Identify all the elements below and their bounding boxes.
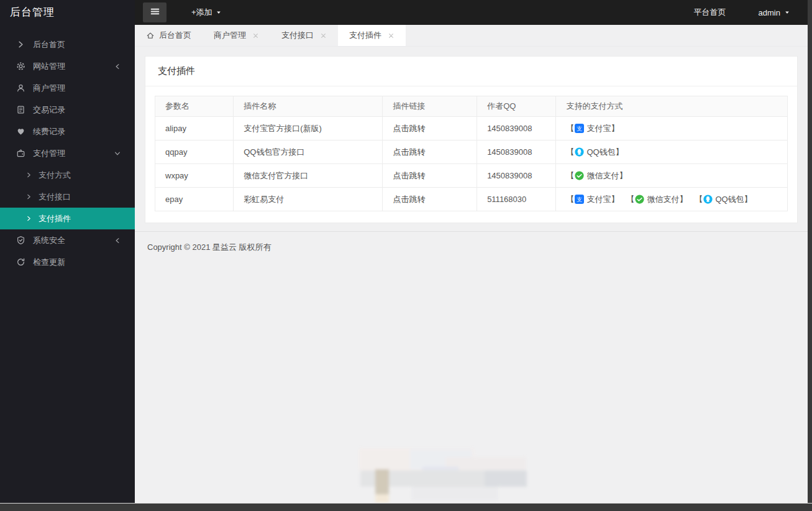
- supported-methods-cell: 【微信支付】: [556, 164, 788, 188]
- tab-bar: 后台首页商户管理支付接口支付插件: [135, 25, 808, 47]
- table-row: epay彩虹易支付点击跳转511168030【支支付宝】【微信支付】【QQ钱包】: [155, 188, 788, 211]
- sidebar-menu: 后台首页网站管理商户管理交易记录续费记录支付管理支付方式支付接口支付插件系统安全…: [0, 25, 135, 273]
- sidebar-item-label: 续费记录: [33, 126, 65, 137]
- qq-icon: [703, 195, 713, 204]
- shield-icon: [16, 236, 25, 246]
- sidebar-item-check-updates[interactable]: 检查更新: [0, 251, 135, 273]
- sidebar-item-site-management[interactable]: 网站管理: [0, 55, 135, 77]
- sidebar-item-label: 商户管理: [33, 83, 65, 94]
- tab-label: 后台首页: [159, 30, 191, 41]
- sidebar-item-renewal-records[interactable]: 续费记录: [0, 121, 135, 142]
- topbar: +添加 平台首页 admin: [135, 0, 808, 25]
- payment-method-badge-alipay: 【支支付宝】: [566, 123, 619, 134]
- footer: Copyright © 2021 星益云 版权所有: [135, 231, 808, 263]
- sidebar-item-label: 支付管理: [33, 148, 65, 159]
- column-header: 支持的支付方式: [556, 96, 788, 117]
- user-dropdown[interactable]: admin: [759, 8, 790, 17]
- panel-title: 支付插件: [145, 57, 797, 86]
- plugin-link-cell: 点击跳转: [383, 117, 477, 140]
- plugin-name: 彩虹易支付: [234, 188, 383, 211]
- sidebar-item-payment-methods[interactable]: 支付方式: [0, 164, 135, 186]
- sidebar-item-label: 支付方式: [39, 170, 71, 181]
- sidebar-item-label: 系统安全: [33, 235, 65, 246]
- payment-method-label: 微信支付: [647, 194, 679, 205]
- plugin-name: 微信支付官方接口: [234, 164, 383, 188]
- tab-merchant-management[interactable]: 商户管理: [203, 25, 270, 46]
- plugin-link[interactable]: 点击跳转: [393, 171, 425, 180]
- payment-method-label: 微信支付: [586, 170, 619, 182]
- chevron-right-icon: [25, 214, 32, 224]
- plugin-param: wxpay: [155, 164, 234, 188]
- plugin-link-cell: 点击跳转: [383, 164, 477, 188]
- chevron-right-icon: [16, 40, 25, 50]
- hearts-icon: [16, 127, 25, 137]
- add-button-label: +添加: [191, 7, 212, 18]
- tab-dashboard-home[interactable]: 后台首页: [135, 25, 203, 46]
- plugin-param: epay: [155, 188, 234, 211]
- gear-icon: [16, 62, 25, 71]
- add-dropdown-button[interactable]: +添加: [191, 7, 222, 18]
- sidebar: 后台管理 后台首页网站管理商户管理交易记录续费记录支付管理支付方式支付接口支付插…: [0, 0, 135, 503]
- author-qq: 511168030: [477, 188, 556, 211]
- svg-text:支: 支: [577, 126, 582, 132]
- sidebar-item-payment-plugins[interactable]: 支付插件: [0, 208, 135, 229]
- document-icon: [16, 105, 25, 115]
- tab-label: 支付插件: [349, 30, 381, 41]
- tab-label: 支付接口: [281, 30, 314, 41]
- sidebar-item-payment-management[interactable]: 支付管理: [0, 142, 135, 164]
- platform-home-link[interactable]: 平台首页: [694, 7, 726, 18]
- author-qq: 1450839008: [477, 164, 556, 188]
- sidebar-item-dashboard-home[interactable]: 后台首页: [0, 34, 135, 55]
- payment-method-badge-wechat: 【微信支付】: [566, 170, 627, 182]
- sidebar-item-payment-interface[interactable]: 支付接口: [0, 186, 135, 208]
- blurred-watermark: [355, 448, 542, 504]
- payment-method-badge-qq: 【QQ钱包】: [566, 147, 623, 158]
- hamburger-icon: [150, 6, 160, 19]
- user-icon: [16, 83, 25, 93]
- sidebar-item-label: 交易记录: [33, 104, 65, 116]
- app-viewport: 后台管理 后台首页网站管理商户管理交易记录续费记录支付管理支付方式支付接口支付插…: [0, 0, 808, 503]
- sidebar-item-label: 网站管理: [33, 61, 65, 72]
- plugin-link[interactable]: 点击跳转: [393, 147, 425, 157]
- table-header-row: 参数名插件名称插件链接作者QQ支持的支付方式: [155, 96, 788, 117]
- window-frame-right: [808, 0, 812, 511]
- author-qq: 1450839008: [477, 117, 556, 140]
- chevron-down-icon: [114, 150, 121, 157]
- main-content: 支付插件 参数名插件名称插件链接作者QQ支持的支付方式 alipay支付宝官方接…: [135, 47, 808, 503]
- wallet-icon: [16, 149, 25, 159]
- table-row: wxpay微信支付官方接口点击跳转1450839008【微信支付】: [155, 164, 788, 188]
- refresh-icon: [16, 257, 25, 267]
- tab-payment-interface[interactable]: 支付接口: [270, 25, 338, 46]
- sidebar-item-transaction-records[interactable]: 交易记录: [0, 99, 135, 121]
- alipay-icon: 支: [575, 124, 584, 133]
- plugin-name: QQ钱包官方接口: [234, 140, 383, 164]
- supported-methods-cell: 【QQ钱包】: [556, 140, 788, 164]
- author-qq: 1450839008: [477, 140, 556, 164]
- plugin-name: 支付宝官方接口(新版): [234, 117, 383, 140]
- close-icon[interactable]: [388, 32, 395, 39]
- payment-method-badge-wechat: 【微信支付】: [626, 194, 687, 205]
- column-header: 作者QQ: [477, 96, 556, 117]
- plugin-link[interactable]: 点击跳转: [393, 124, 425, 133]
- caret-down-icon: [216, 9, 222, 16]
- tab-payment-plugins[interactable]: 支付插件: [338, 25, 406, 46]
- wechat-icon: [635, 195, 644, 204]
- plugin-link[interactable]: 点击跳转: [393, 195, 425, 204]
- payment-method-badge-qq: 【QQ钱包】: [695, 194, 752, 205]
- sidebar-item-merchant-management[interactable]: 商户管理: [0, 77, 135, 99]
- wechat-icon: [575, 171, 584, 180]
- home-icon: [146, 31, 155, 40]
- close-icon[interactable]: [320, 32, 327, 39]
- caret-down-icon: [784, 9, 790, 16]
- chevron-left-icon: [114, 237, 121, 244]
- sidebar-item-label: 后台首页: [33, 39, 65, 50]
- close-icon[interactable]: [252, 32, 259, 39]
- tab-label: 商户管理: [214, 30, 246, 41]
- copyright-text: Copyright © 2021 星益云 版权所有: [147, 242, 271, 252]
- plugins-table: 参数名插件名称插件链接作者QQ支持的支付方式 alipay支付宝官方接口(新版)…: [155, 96, 788, 211]
- chevron-right-icon: [25, 170, 32, 180]
- sidebar-item-label: 支付接口: [39, 191, 71, 203]
- chevron-left-icon: [114, 63, 121, 70]
- sidebar-toggle-button[interactable]: [143, 2, 167, 22]
- sidebar-item-system-security[interactable]: 系统安全: [0, 229, 135, 251]
